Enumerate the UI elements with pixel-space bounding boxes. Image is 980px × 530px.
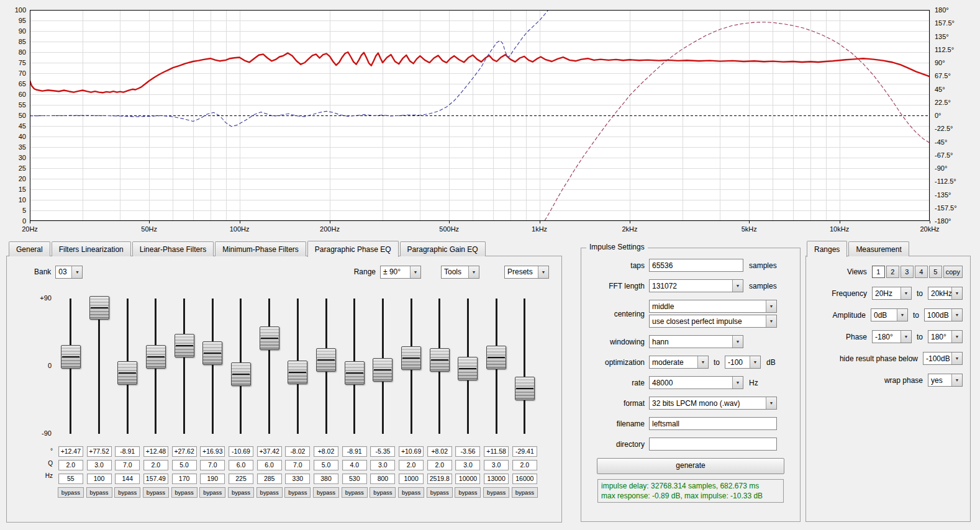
band-gain-field[interactable]: +12.48	[143, 446, 168, 457]
tab-filters-linearization[interactable]: Filters Linearization	[52, 241, 131, 256]
fader-thumb[interactable]	[345, 361, 365, 385]
band-freq-field[interactable]: 285	[257, 474, 282, 484]
fader-thumb[interactable]	[89, 296, 109, 320]
tab-linear-phase-filters[interactable]: Linear-Phase Filters	[132, 241, 214, 256]
band-gain-field[interactable]: +16.93	[200, 446, 225, 457]
band-q-field[interactable]: 2.0	[58, 460, 83, 470]
band-gain-field[interactable]: +10.69	[399, 446, 424, 457]
band-bypass-button[interactable]: bypass	[114, 487, 140, 498]
band-gain-field[interactable]: +8.02	[427, 446, 452, 457]
band-q-field[interactable]: 5.0	[172, 460, 197, 470]
fader-thumb[interactable]	[175, 334, 194, 357]
format-select[interactable]: 32 bits LPCM mono (.wav) ▼	[649, 397, 777, 410]
band-q-field[interactable]: 3.0	[455, 460, 480, 470]
band-q-field[interactable]: 2.0	[512, 460, 537, 470]
fader-thumb[interactable]	[61, 345, 81, 369]
band-bypass-button[interactable]: bypass	[86, 487, 112, 498]
band-q-field[interactable]: 2.0	[399, 460, 424, 470]
windowing-select[interactable]: hann ▼	[649, 335, 743, 348]
amplitude-to-select[interactable]: 100dB ▼	[924, 308, 963, 321]
band-bypass-button[interactable]: bypass	[398, 487, 424, 498]
bank-select[interactable]: 03 ▼	[55, 266, 83, 279]
band-freq-field[interactable]: 144	[115, 474, 140, 484]
frequency-from-select[interactable]: 20Hz ▼	[872, 287, 912, 300]
centering-select[interactable]: middle ▼	[649, 300, 777, 313]
band-bypass-button[interactable]: bypass	[228, 487, 254, 498]
band-bypass-button[interactable]: bypass	[256, 487, 283, 498]
fader-thumb[interactable]	[316, 348, 336, 372]
taps-input[interactable]	[649, 259, 743, 272]
band-bypass-button[interactable]: bypass	[143, 487, 169, 498]
band-gain-field[interactable]: -8.02	[285, 446, 310, 457]
tab-ranges[interactable]: Ranges	[807, 241, 847, 257]
gain-fader[interactable]	[227, 299, 255, 434]
view-button-4[interactable]: 4	[915, 266, 928, 278]
band-bypass-button[interactable]: bypass	[427, 487, 453, 498]
band-q-field[interactable]: 6.0	[229, 460, 253, 470]
optimization-select[interactable]: moderate ▼	[649, 356, 709, 369]
rate-select[interactable]: 48000 ▼	[649, 376, 743, 389]
gain-fader[interactable]	[369, 299, 397, 434]
band-freq-field[interactable]: 190	[200, 474, 225, 484]
band-gain-field[interactable]: +11.58	[484, 446, 509, 457]
hide-result-phase-select[interactable]: -100dB ▼	[923, 352, 963, 365]
band-freq-field[interactable]: 530	[342, 474, 367, 484]
band-freq-field[interactable]: 2519.8	[427, 474, 452, 484]
band-bypass-button[interactable]: bypass	[58, 487, 84, 498]
band-gain-field[interactable]: -8.91	[115, 446, 140, 457]
optimization-level-select[interactable]: -100 ▼	[725, 356, 761, 369]
view-button-5[interactable]: 5	[929, 266, 942, 278]
band-q-field[interactable]: 5.0	[314, 460, 338, 470]
phase-to-select[interactable]: 180° ▼	[928, 330, 963, 343]
view-button-2[interactable]: 2	[886, 266, 899, 278]
band-freq-field[interactable]: 380	[314, 474, 338, 484]
fader-thumb[interactable]	[401, 346, 421, 370]
band-freq-field[interactable]: 55	[58, 474, 83, 484]
band-bypass-button[interactable]: bypass	[512, 487, 538, 498]
copy-view-button[interactable]: copy	[943, 266, 963, 278]
band-bypass-button[interactable]: bypass	[455, 487, 481, 498]
tab-general[interactable]: General	[9, 241, 50, 256]
band-q-field[interactable]: 4.0	[342, 460, 367, 470]
generate-button[interactable]: generate	[597, 458, 784, 474]
fader-thumb[interactable]	[288, 361, 307, 384]
band-q-field[interactable]: 7.0	[115, 460, 140, 470]
gain-fader[interactable]	[57, 299, 85, 434]
tab-paragraphic-gain-eq[interactable]: Paragraphic Gain EQ	[400, 241, 486, 256]
fader-thumb[interactable]	[117, 361, 137, 385]
fader-thumb[interactable]	[260, 326, 279, 350]
gain-fader[interactable]	[340, 299, 369, 434]
phase-from-select[interactable]: -180° ▼	[872, 330, 912, 343]
fader-thumb[interactable]	[202, 341, 222, 365]
fader-thumb[interactable]	[515, 377, 535, 400]
gain-fader[interactable]	[482, 299, 510, 434]
band-bypass-button[interactable]: bypass	[342, 487, 368, 498]
band-bypass-button[interactable]: bypass	[313, 487, 339, 498]
fader-thumb[interactable]	[231, 362, 251, 386]
frequency-to-select[interactable]: 20kHz ▼	[928, 287, 963, 300]
band-gain-field[interactable]: +37.42	[257, 446, 282, 457]
band-freq-field[interactable]: 16000	[512, 474, 537, 484]
band-bypass-button[interactable]: bypass	[199, 487, 225, 498]
band-bypass-button[interactable]: bypass	[370, 487, 396, 498]
band-freq-field[interactable]: 10000	[455, 474, 480, 484]
gain-fader[interactable]	[198, 299, 227, 434]
band-q-field[interactable]: 6.0	[257, 460, 282, 470]
band-freq-field[interactable]: 170	[172, 474, 197, 484]
tab-minimum-phase-filters[interactable]: Minimum-Phase Filters	[215, 241, 306, 256]
band-q-field[interactable]: 2.0	[427, 460, 452, 470]
gain-fader[interactable]	[142, 299, 170, 434]
band-gain-field[interactable]: -29.41	[512, 446, 537, 457]
tab-measurement[interactable]: Measurement	[848, 241, 909, 256]
gain-fader[interactable]	[255, 299, 284, 434]
band-freq-field[interactable]: 225	[229, 474, 253, 484]
gain-fader[interactable]	[113, 299, 142, 434]
fader-thumb[interactable]	[430, 348, 450, 372]
gain-fader[interactable]	[284, 299, 312, 434]
tab-paragraphic-phase-eq[interactable]: Paragraphic Phase EQ	[307, 241, 399, 257]
band-freq-field[interactable]: 100	[87, 474, 112, 484]
band-q-field[interactable]: 3.0	[370, 460, 395, 470]
fft-length-select[interactable]: 131072 ▼	[649, 279, 743, 292]
band-gain-field[interactable]: +12.47	[58, 446, 83, 457]
band-freq-field[interactable]: 1000	[399, 474, 424, 484]
